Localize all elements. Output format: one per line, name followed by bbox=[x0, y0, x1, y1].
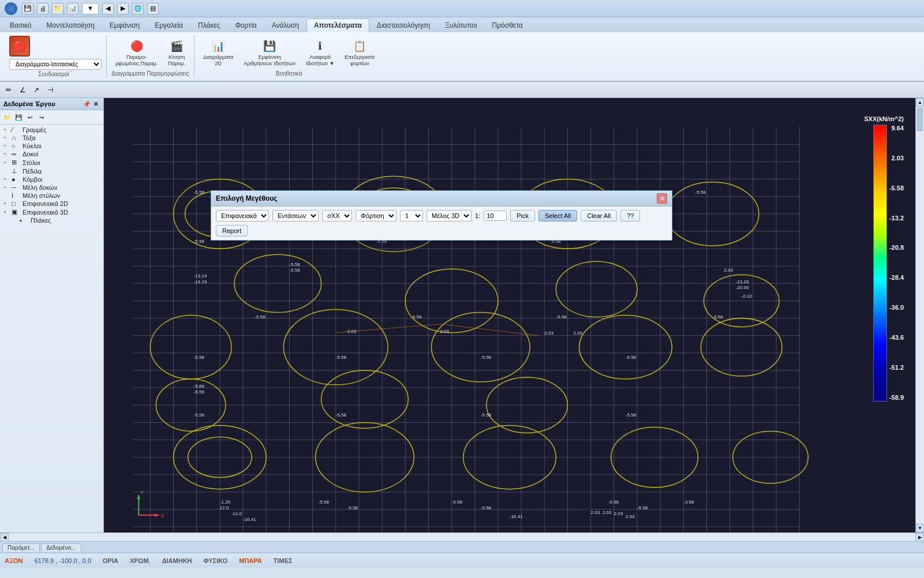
legend-val-6: -36.0 bbox=[889, 304, 904, 311]
right-scrollbar: ▲ ▼ bbox=[915, 98, 924, 532]
panel-close[interactable]: ✕ bbox=[92, 100, 100, 108]
status-diami: ΔΙΑΜΗΚΗ bbox=[162, 557, 192, 564]
panel-pin[interactable]: 📌 bbox=[83, 100, 91, 108]
icon-dokoi: ═ bbox=[12, 151, 21, 157]
scroll-right-btn[interactable]: ▶ bbox=[915, 533, 924, 542]
dialog-help-btn[interactable]: ?? bbox=[620, 210, 640, 222]
synduasmoi-dropdown[interactable]: Διαγράμματα-Ισοτασικές bbox=[9, 59, 102, 70]
tree-item-komboi[interactable]: + ● Κόμβοι bbox=[1, 175, 102, 183]
dialog-scale-label: 1: bbox=[475, 212, 480, 219]
bottom-tabs: Παράμετ... Δεδομένα... bbox=[0, 541, 924, 553]
tree-item-pedila[interactable]: ⊥ Πέδιλα bbox=[1, 167, 102, 175]
svg-text:2.03: 2.03 bbox=[591, 510, 600, 515]
label-meli-dokon: Μέλη δοκών bbox=[23, 184, 57, 191]
svg-text:-5.58: -5.58 bbox=[194, 355, 205, 360]
tool-pen[interactable]: ✏ bbox=[2, 84, 15, 96]
tab-view[interactable]: Εμφάνιση bbox=[102, 18, 147, 32]
diag2d-btn[interactable]: 📊 Διαγράμματα2D bbox=[199, 36, 237, 69]
tab-tools[interactable]: Εργαλεία bbox=[147, 18, 190, 32]
status-axis: ΑΞΟΝ bbox=[5, 557, 23, 564]
paramo-btn[interactable]: 🔴 Παραμο-ρφωμένος Παραμ. bbox=[111, 36, 162, 69]
toolbar-icon-1[interactable]: 💾 bbox=[22, 3, 33, 14]
tree-item-meli-stulon[interactable]: I Μέλη στύλων bbox=[1, 192, 102, 200]
tab-slabs[interactable]: Πλάκες bbox=[190, 18, 228, 32]
title-dropdown[interactable]: ▼ bbox=[82, 3, 99, 14]
anafora-btn[interactable]: ℹ ΑναφοράΙδιοτήτων ▼ bbox=[302, 36, 338, 69]
scroll-down-btn[interactable]: ▼ bbox=[916, 524, 924, 532]
tab-dimensioning[interactable]: Διαστασιολόγηση bbox=[369, 18, 437, 32]
toolbar-nav-1[interactable]: ◀ bbox=[102, 3, 114, 14]
dialog-member-select[interactable]: Μέλος 3D bbox=[427, 210, 472, 222]
expand-stuloi: + bbox=[3, 160, 12, 166]
tab-woodtypes[interactable]: Ξυλότυποι bbox=[437, 18, 484, 32]
tab-data[interactable]: Δεδομένα... bbox=[41, 543, 81, 551]
toolbar-icon-2[interactable]: 🖨 bbox=[37, 3, 48, 14]
panel-tool-3[interactable]: ↩ bbox=[25, 112, 35, 122]
panel-tool-1[interactable]: 📁 bbox=[2, 112, 12, 122]
emfanisi-btn[interactable]: 💾 ΕμφάνισηΑριθμήσεων Ιδιοτήτων bbox=[240, 36, 300, 69]
synduasmoi-label: Συνδυασμοί ´ bbox=[38, 71, 72, 77]
tool-arrow[interactable]: ↗ bbox=[30, 84, 43, 96]
panel-header: Δεδομένα Έργου 📌 ✕ bbox=[0, 98, 103, 110]
dialog-pick-btn[interactable]: Pick bbox=[510, 210, 535, 222]
ribbon-group-synduasmoi: 🔴 Διαγράμματα-Ισοτασικές Συνδυασμοί ´ bbox=[5, 35, 107, 78]
tab-extra[interactable]: Πρόσθετα bbox=[485, 18, 530, 32]
scroll-thumb[interactable] bbox=[917, 108, 923, 131]
bottom-scrollbar: ◀ ▶ bbox=[0, 532, 924, 541]
kinisi-btn[interactable]: 🎬 ΚίνησηΠαραμ. bbox=[164, 36, 189, 69]
tool-bracket[interactable]: ⊣ bbox=[44, 84, 57, 96]
toolbar-icon-5[interactable]: ▤ bbox=[147, 3, 159, 14]
status-times: ΤΙΜΕΣ bbox=[274, 557, 293, 564]
svg-text:-5.58: -5.58 bbox=[347, 505, 358, 511]
tab-loads[interactable]: Φορτία bbox=[228, 18, 264, 32]
tool-angle[interactable]: ∠ bbox=[16, 84, 29, 96]
dialog-select-all-btn[interactable]: Select All bbox=[538, 210, 577, 222]
toolbar-globe[interactable]: 🌐 bbox=[132, 3, 144, 14]
dialog-component-select[interactable]: σΧΧ bbox=[322, 210, 352, 222]
status-diami-label: ΔΙΑΜΗΚΗ bbox=[162, 557, 192, 564]
panel-tool-2[interactable]: 💾 bbox=[13, 112, 24, 122]
epex-btn[interactable]: 📋 Επεξεργασίαφορτίων bbox=[341, 36, 379, 69]
tree-item-epif3d[interactable]: + ▣ Επιφανειακά 3D bbox=[1, 208, 102, 216]
tab-results[interactable]: Αποτελέσματα bbox=[306, 18, 369, 32]
tree-item-meli-dokon[interactable]: + ─ Μέλη δοκών bbox=[1, 183, 102, 192]
dialog-type-select[interactable]: Επιφανειακά bbox=[216, 210, 269, 222]
tab-modeling[interactable]: Μοντελοποίηση bbox=[39, 18, 102, 32]
toolbar-icon-4[interactable]: 📊 bbox=[67, 3, 78, 14]
synduasmoi-icon[interactable]: 🔴 bbox=[9, 36, 30, 57]
dialog-close-btn[interactable]: ✕ bbox=[657, 193, 667, 204]
svg-text:-5.58: -5.58 bbox=[255, 314, 265, 320]
dialog-combo-select[interactable]: 1 bbox=[400, 210, 423, 222]
label-kukloi: Κύκλοι bbox=[23, 142, 42, 149]
tree-item-dokoi[interactable]: + ═ Δοκοί bbox=[1, 150, 102, 158]
tab-analysis[interactable]: Ανάλυση bbox=[264, 18, 306, 32]
scroll-left-btn[interactable]: ◀ bbox=[0, 533, 9, 542]
mesh-svg: -5.58 -5.58 -5.58 -5.58 -5.58 -5.58 -5.5… bbox=[104, 98, 915, 532]
panel-title: Δεδομένα Έργου bbox=[3, 100, 55, 107]
dialog-category-select[interactable]: Εντάσεων bbox=[272, 210, 319, 222]
dialog-scale-input[interactable] bbox=[484, 211, 507, 221]
svg-text:-5.58: -5.58 bbox=[556, 314, 567, 320]
panel-tool-4[interactable]: ↪ bbox=[36, 112, 47, 122]
scroll-up-btn[interactable]: ▲ bbox=[916, 98, 924, 107]
tab-params[interactable]: Παράμετ... bbox=[2, 543, 40, 551]
svg-text:-0.10: -0.10 bbox=[742, 294, 753, 299]
svg-text:2.03: 2.03 bbox=[603, 510, 612, 515]
tree-item-kukloi[interactable]: + ○ Κύκλοι bbox=[1, 142, 102, 150]
legend-val-4: -20.8 bbox=[889, 244, 904, 252]
dialog-report-btn[interactable]: Report bbox=[216, 225, 248, 237]
toolbar: ✏ ∠ ↗ ⊣ bbox=[0, 82, 924, 98]
tab-basic[interactable]: Βασικό bbox=[2, 18, 39, 32]
tree-item-toxa[interactable]: + ∩ Τόξα bbox=[1, 134, 102, 142]
dialog-load-select[interactable]: Φόρτιση bbox=[356, 210, 396, 222]
tree-item-stuloi[interactable]: + ⊞ Στύλοι bbox=[1, 158, 102, 167]
icon-stuloi: ⊞ bbox=[12, 159, 21, 166]
tree-item-epif2d[interactable]: + □ Επιφανειακά 2D bbox=[1, 200, 102, 208]
viewport[interactable]: -5.58 -5.58 -5.58 -5.58 -5.58 -5.58 -5.5… bbox=[104, 98, 915, 532]
toolbar-nav-2[interactable]: ▶ bbox=[117, 3, 129, 14]
tree-item-grammes[interactable]: + ∕ Γραμμές bbox=[1, 126, 102, 134]
dialog-clear-all-btn[interactable]: Clear All bbox=[581, 210, 617, 222]
tree-item-plakes[interactable]: ▪ Πλάκες bbox=[1, 216, 102, 224]
label-pedila: Πέδιλα bbox=[23, 168, 42, 175]
toolbar-icon-3[interactable]: 📁 bbox=[52, 3, 63, 14]
